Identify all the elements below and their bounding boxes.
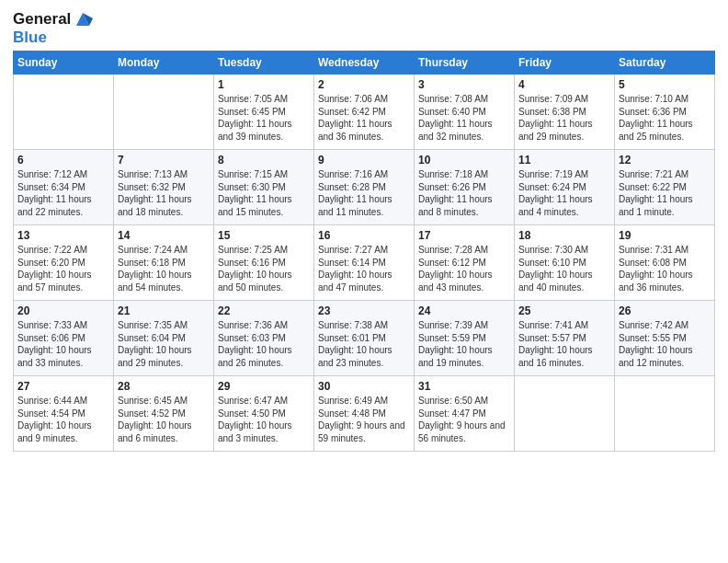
cell-content: Sunrise: 6:49 AM Sunset: 4:48 PM Dayligh…	[318, 395, 410, 445]
header: General Blue	[13, 9, 715, 47]
day-number: 10	[418, 153, 510, 167]
cell-content: Sunrise: 7:30 AM Sunset: 6:10 PM Dayligh…	[518, 244, 610, 294]
calendar-cell: 28Sunrise: 6:45 AM Sunset: 4:52 PM Dayli…	[114, 375, 214, 451]
day-number: 30	[318, 379, 410, 394]
day-number: 7	[118, 153, 210, 167]
calendar-cell: 2Sunrise: 7:06 AM Sunset: 6:42 PM Daylig…	[314, 74, 415, 149]
day-number: 12	[619, 153, 711, 167]
calendar-cell: 17Sunrise: 7:28 AM Sunset: 6:12 PM Dayli…	[415, 224, 515, 300]
calendar-cell: 23Sunrise: 7:38 AM Sunset: 6:01 PM Dayli…	[314, 300, 415, 375]
calendar-cell: 16Sunrise: 7:27 AM Sunset: 6:14 PM Dayli…	[314, 224, 415, 300]
day-number: 1	[218, 77, 310, 92]
cell-content: Sunrise: 7:15 AM Sunset: 6:30 PM Dayligh…	[218, 168, 310, 219]
cell-content: Sunrise: 7:12 AM Sunset: 6:34 PM Dayligh…	[17, 168, 109, 219]
calendar-cell: 25Sunrise: 7:41 AM Sunset: 5:57 PM Dayli…	[515, 300, 615, 375]
day-number: 21	[118, 304, 210, 318]
calendar-cell: 8Sunrise: 7:15 AM Sunset: 6:30 PM Daylig…	[214, 149, 314, 224]
day-number: 15	[218, 228, 310, 243]
cell-content: Sunrise: 7:33 AM Sunset: 6:06 PM Dayligh…	[17, 319, 109, 370]
calendar-cell: 29Sunrise: 6:47 AM Sunset: 4:50 PM Dayli…	[214, 375, 314, 451]
day-number: 16	[318, 228, 410, 243]
calendar-cell: 31Sunrise: 6:50 AM Sunset: 4:47 PM Dayli…	[415, 375, 515, 451]
day-number: 22	[218, 304, 310, 318]
day-number: 31	[418, 379, 510, 394]
day-number: 29	[218, 379, 310, 394]
weekday-monday: Monday	[114, 51, 214, 74]
calendar-table: SundayMondayTuesdayWednesdayThursdayFrid…	[13, 51, 715, 452]
calendar-cell: 22Sunrise: 7:36 AM Sunset: 6:03 PM Dayli…	[214, 300, 314, 375]
cell-content: Sunrise: 6:47 AM Sunset: 4:50 PM Dayligh…	[218, 395, 310, 445]
calendar-cell: 24Sunrise: 7:39 AM Sunset: 5:59 PM Dayli…	[415, 300, 515, 375]
day-number: 9	[318, 153, 410, 167]
weekday-friday: Friday	[515, 51, 615, 74]
cell-content: Sunrise: 7:05 AM Sunset: 6:45 PM Dayligh…	[218, 93, 310, 144]
weekday-wednesday: Wednesday	[314, 51, 415, 74]
calendar-cell: 15Sunrise: 7:25 AM Sunset: 6:16 PM Dayli…	[214, 224, 314, 300]
weekday-sunday: Sunday	[14, 51, 114, 74]
week-row-3: 13Sunrise: 7:22 AM Sunset: 6:20 PM Dayli…	[14, 224, 715, 300]
calendar-cell: 21Sunrise: 7:35 AM Sunset: 6:04 PM Dayli…	[114, 300, 214, 375]
logo-icon	[73, 9, 93, 29]
calendar-cell: 20Sunrise: 7:33 AM Sunset: 6:06 PM Dayli…	[14, 300, 114, 375]
day-number: 25	[518, 304, 610, 318]
day-number: 24	[418, 304, 510, 318]
weekday-tuesday: Tuesday	[214, 51, 314, 74]
day-number: 18	[518, 228, 610, 243]
day-number: 3	[418, 77, 510, 92]
cell-content: Sunrise: 7:18 AM Sunset: 6:26 PM Dayligh…	[418, 168, 510, 219]
calendar-cell: 6Sunrise: 7:12 AM Sunset: 6:34 PM Daylig…	[14, 149, 114, 224]
cell-content: Sunrise: 7:38 AM Sunset: 6:01 PM Dayligh…	[318, 319, 410, 370]
weekday-thursday: Thursday	[415, 51, 515, 74]
cell-content: Sunrise: 7:21 AM Sunset: 6:22 PM Dayligh…	[619, 168, 711, 219]
calendar-cell: 10Sunrise: 7:18 AM Sunset: 6:26 PM Dayli…	[415, 149, 515, 224]
calendar-cell	[615, 375, 715, 451]
calendar-cell: 26Sunrise: 7:42 AM Sunset: 5:55 PM Dayli…	[615, 300, 715, 375]
calendar-cell: 5Sunrise: 7:10 AM Sunset: 6:36 PM Daylig…	[615, 74, 715, 149]
cell-content: Sunrise: 6:45 AM Sunset: 4:52 PM Dayligh…	[118, 395, 210, 445]
cell-content: Sunrise: 7:08 AM Sunset: 6:40 PM Dayligh…	[418, 93, 510, 144]
calendar-cell: 27Sunrise: 6:44 AM Sunset: 4:54 PM Dayli…	[14, 375, 114, 451]
logo-general: General	[13, 11, 71, 29]
day-number: 2	[318, 77, 410, 92]
calendar-cell: 14Sunrise: 7:24 AM Sunset: 6:18 PM Dayli…	[114, 224, 214, 300]
cell-content: Sunrise: 7:42 AM Sunset: 5:55 PM Dayligh…	[619, 319, 711, 370]
day-number: 27	[17, 379, 109, 394]
day-number: 5	[619, 77, 711, 92]
weekday-saturday: Saturday	[615, 51, 715, 74]
day-number: 4	[518, 77, 610, 92]
week-row-1: 1Sunrise: 7:05 AM Sunset: 6:45 PM Daylig…	[14, 74, 715, 149]
cell-content: Sunrise: 7:25 AM Sunset: 6:16 PM Dayligh…	[218, 244, 310, 294]
cell-content: Sunrise: 7:22 AM Sunset: 6:20 PM Dayligh…	[17, 244, 109, 294]
cell-content: Sunrise: 6:50 AM Sunset: 4:47 PM Dayligh…	[418, 395, 510, 445]
day-number: 8	[218, 153, 310, 167]
calendar-cell: 18Sunrise: 7:30 AM Sunset: 6:10 PM Dayli…	[515, 224, 615, 300]
logo: General Blue	[13, 9, 95, 47]
day-number: 26	[619, 304, 711, 318]
weekday-header-row: SundayMondayTuesdayWednesdayThursdayFrid…	[14, 51, 715, 74]
calendar-cell	[14, 74, 114, 149]
calendar-cell: 11Sunrise: 7:19 AM Sunset: 6:24 PM Dayli…	[515, 149, 615, 224]
day-number: 6	[17, 153, 109, 167]
week-row-5: 27Sunrise: 6:44 AM Sunset: 4:54 PM Dayli…	[14, 375, 715, 451]
calendar-cell	[515, 375, 615, 451]
cell-content: Sunrise: 7:19 AM Sunset: 6:24 PM Dayligh…	[518, 168, 610, 219]
cell-content: Sunrise: 7:09 AM Sunset: 6:38 PM Dayligh…	[518, 93, 610, 144]
logo-text: General Blue	[13, 9, 95, 47]
cell-content: Sunrise: 7:39 AM Sunset: 5:59 PM Dayligh…	[418, 319, 510, 370]
day-number: 17	[418, 228, 510, 243]
cell-content: Sunrise: 7:24 AM Sunset: 6:18 PM Dayligh…	[118, 244, 210, 294]
logo-blue: Blue	[13, 29, 95, 47]
cell-content: Sunrise: 7:36 AM Sunset: 6:03 PM Dayligh…	[218, 319, 310, 370]
calendar-cell: 30Sunrise: 6:49 AM Sunset: 4:48 PM Dayli…	[314, 375, 415, 451]
day-number: 23	[318, 304, 410, 318]
cell-content: Sunrise: 7:35 AM Sunset: 6:04 PM Dayligh…	[118, 319, 210, 370]
calendar-cell: 12Sunrise: 7:21 AM Sunset: 6:22 PM Dayli…	[615, 149, 715, 224]
calendar-cell: 4Sunrise: 7:09 AM Sunset: 6:38 PM Daylig…	[515, 74, 615, 149]
cell-content: Sunrise: 6:44 AM Sunset: 4:54 PM Dayligh…	[17, 395, 109, 445]
day-number: 19	[619, 228, 711, 243]
day-number: 11	[518, 153, 610, 167]
cell-content: Sunrise: 7:06 AM Sunset: 6:42 PM Dayligh…	[318, 93, 410, 144]
cell-content: Sunrise: 7:41 AM Sunset: 5:57 PM Dayligh…	[518, 319, 610, 370]
cell-content: Sunrise: 7:31 AM Sunset: 6:08 PM Dayligh…	[619, 244, 711, 294]
page-container: General Blue SundayMondayTuesdayWednesda…	[0, 0, 728, 461]
